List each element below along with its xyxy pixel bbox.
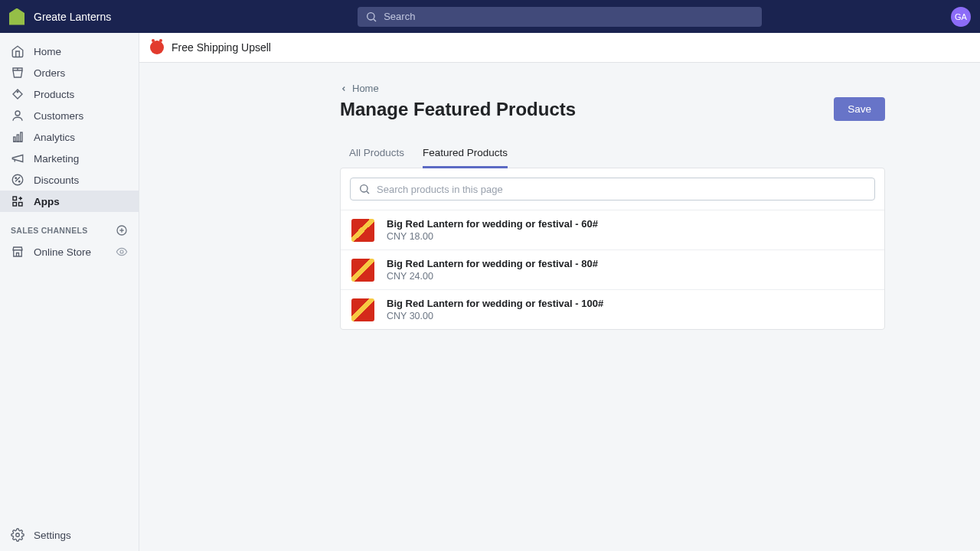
page-title: Manage Featured Products [340,99,576,120]
svg-rect-12 [13,203,17,207]
sidebar: Home Orders Products Customers Analytics… [0,33,139,551]
marketing-icon [11,152,24,165]
shopify-logo-icon [9,8,24,25]
sidebar-item-orders[interactable]: Orders [0,62,139,83]
sidebar-item-label: Apps [34,196,60,207]
product-thumbnail [351,219,374,242]
sidebar-item-label: Marketing [34,153,79,165]
svg-point-0 [368,12,374,19]
product-search[interactable] [350,178,875,201]
sidebar-item-label: Analytics [34,132,75,143]
global-search[interactable]: Search [358,7,762,27]
products-icon [11,87,24,101]
user-avatar[interactable]: GA [951,7,971,27]
sidebar-item-label: Home [34,46,61,57]
customers-icon [11,109,24,122]
save-button[interactable]: Save [834,97,885,121]
product-price: CNY 24.00 [387,271,598,282]
product-row[interactable]: Big Red Lantern for wedding or festival … [341,210,884,249]
sidebar-item-marketing[interactable]: Marketing [0,148,139,169]
svg-point-15 [16,533,20,537]
search-placeholder: Search [384,11,415,22]
app-logo-icon [150,41,164,54]
product-name: Big Red Lantern for wedding or festival … [387,258,598,269]
gear-icon [11,528,24,542]
svg-line-1 [374,19,376,21]
sidebar-item-analytics[interactable]: Analytics [0,126,139,148]
svg-rect-5 [17,135,18,142]
svg-point-2 [17,91,18,93]
product-name: Big Red Lantern for wedding or festival … [387,218,598,230]
sidebar-item-apps[interactable]: Apps [0,191,139,212]
sidebar-item-home[interactable]: Home [0,41,139,62]
product-price: CNY 30.00 [387,311,603,321]
breadcrumb-back[interactable]: Home [340,83,885,94]
add-channel-icon[interactable] [116,224,128,236]
svg-point-3 [15,111,20,116]
sidebar-item-online-store[interactable]: Online Store [0,241,139,262]
sidebar-item-label: Customers [34,110,83,122]
app-name: Free Shipping Upsell [172,41,271,54]
sidebar-item-label: Orders [34,67,65,79]
analytics-icon [11,130,24,144]
product-row[interactable]: Big Red Lantern for wedding or festival … [341,289,884,329]
sidebar-item-products[interactable]: Products [0,83,139,105]
svg-rect-4 [14,137,15,142]
product-row[interactable]: Big Red Lantern for wedding or festival … [341,249,884,289]
discounts-icon [11,173,24,187]
svg-rect-6 [21,132,22,142]
search-icon [365,11,377,23]
product-thumbnail [351,259,374,282]
chevron-left-icon [340,85,348,93]
main-content: Free Shipping Upsell Home Manage Feature… [139,33,980,551]
sidebar-item-label: Discounts [34,174,79,186]
svg-rect-11 [19,203,23,207]
sidebar-item-discounts[interactable]: Discounts [0,169,139,191]
svg-line-17 [367,191,369,194]
product-thumbnail [351,298,374,321]
sidebar-item-label: Settings [34,530,71,541]
home-icon [11,44,24,58]
svg-point-14 [120,250,123,253]
search-icon [358,183,371,195]
svg-point-9 [19,181,21,183]
top-bar: Greate Lanterns Search GA [0,0,980,33]
orders-icon [11,66,24,80]
sales-channels-header: SALES CHANNELS [0,212,139,241]
svg-point-8 [15,178,17,179]
store-name[interactable]: Greate Lanterns [34,11,111,23]
product-price: CNY 18.00 [387,231,598,242]
view-store-icon[interactable] [116,246,128,258]
tab-all-products[interactable]: All Products [349,139,404,168]
svg-point-16 [361,185,368,192]
store-icon [11,245,24,259]
apps-icon [11,194,24,208]
product-search-input[interactable] [377,184,867,195]
product-tabs: All Products Featured Products [340,139,885,168]
svg-rect-10 [13,197,17,201]
tab-featured-products[interactable]: Featured Products [423,139,508,168]
sidebar-item-customers[interactable]: Customers [0,105,139,126]
sidebar-item-settings[interactable]: Settings [0,524,139,551]
sidebar-item-label: Online Store [34,246,91,258]
product-name: Big Red Lantern for wedding or festival … [387,298,603,309]
products-card: Big Red Lantern for wedding or festival … [340,168,885,330]
breadcrumb-label: Home [352,83,379,94]
sidebar-item-label: Products [34,89,74,100]
app-header: Free Shipping Upsell [139,33,980,63]
